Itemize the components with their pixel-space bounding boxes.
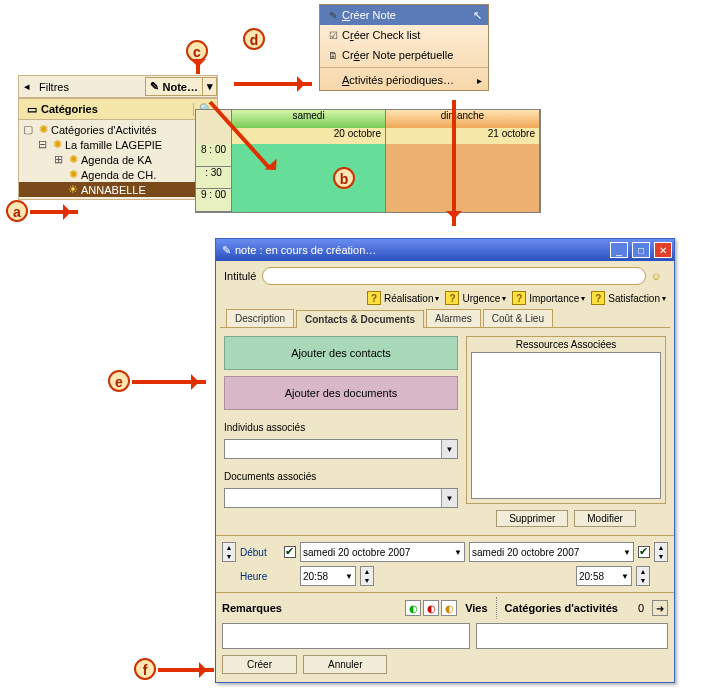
tree-collapse-icon[interactable]: ▢	[21, 123, 35, 136]
attr-urgence[interactable]: ?Urgence▾	[445, 291, 506, 305]
ctx-periodic[interactable]: Activités périodiques…	[320, 70, 488, 90]
folder-icon: ✺	[65, 153, 81, 166]
chevron-down-icon[interactable]: ▼	[441, 440, 457, 458]
calendar-cell-sun[interactable]	[386, 144, 540, 212]
supprimer-button[interactable]: Supprimer	[496, 510, 568, 527]
tab-contacts[interactable]: Contacts & Documents	[296, 310, 424, 328]
arrow-a	[30, 210, 78, 214]
tab-description[interactable]: Description	[226, 309, 294, 327]
categories-count: 0	[638, 602, 644, 614]
tab-alarmes[interactable]: Alarmes	[426, 309, 481, 327]
ctx-create-note[interactable]: ✎ Créer Note ↖	[320, 5, 488, 25]
dialog-title: note : en cours de création…	[235, 244, 608, 256]
attr-satisfaction[interactable]: ?Satisfaction▾	[591, 291, 666, 305]
doc-icon: 🗎	[324, 50, 342, 61]
tree-expand-icon[interactable]: ⊞	[51, 153, 65, 166]
checklist-icon: ☑	[324, 30, 342, 41]
resources-title: Ressources Associées	[467, 337, 665, 352]
chevron-down-icon[interactable]: ▼	[454, 548, 462, 557]
arrow-d	[234, 82, 312, 86]
arrow-menu-down	[452, 100, 456, 226]
date-stepper[interactable]: ▲▼	[654, 542, 668, 562]
time-stepper[interactable]: ▲▼	[636, 566, 650, 586]
tree-child2-label: Agenda de CH.	[81, 169, 156, 181]
filters-label[interactable]: Filtres	[35, 81, 145, 93]
filters-prev-icon[interactable]: ◂	[19, 80, 35, 93]
categories-activites-label: Catégories d'activités	[505, 602, 618, 614]
date-sun[interactable]: 21 octobre	[386, 128, 540, 144]
resources-list[interactable]	[471, 352, 661, 499]
time-slot[interactable]: : 30	[196, 167, 231, 190]
documents-combo[interactable]: ▼	[224, 488, 458, 508]
window-maximize-button[interactable]: □	[632, 242, 650, 258]
categories-more-button[interactable]: ➜	[652, 600, 668, 616]
time-slot[interactable]: 8 : 00	[196, 144, 231, 167]
add-documents-button[interactable]: Ajouter des documents	[224, 376, 458, 410]
creer-button[interactable]: Créer	[222, 655, 297, 674]
end-enabled-checkbox[interactable]	[638, 546, 650, 558]
attr-realisation[interactable]: ?Réalisation▾	[367, 291, 439, 305]
annuler-button[interactable]: Annuler	[303, 655, 387, 674]
remarques-input[interactable]	[222, 623, 470, 649]
window-minimize-button[interactable]: _	[610, 242, 628, 258]
remarques-label: Remarques	[222, 602, 282, 614]
ctx-create-note-label: réer Note	[350, 9, 396, 21]
modifier-button[interactable]: Modifier	[574, 510, 636, 527]
tree-child1[interactable]: ⊞ ✺ Agenda de KA	[19, 152, 217, 167]
attr-importance[interactable]: ?Importance▾	[512, 291, 585, 305]
end-date-input[interactable]: samedi 20 octobre 2007▼	[469, 542, 634, 562]
tree-root-label: Catégories d'Activités	[51, 124, 156, 136]
note-dropdown-button[interactable]: ✎ Note… ▾	[145, 77, 217, 96]
day-header-sun[interactable]: dimanche	[386, 110, 540, 128]
window-close-button[interactable]: ✕	[654, 242, 672, 258]
wand-icon: ✎	[150, 80, 159, 93]
callout-e: e	[108, 370, 130, 392]
categories-input[interactable]	[476, 623, 668, 649]
tree-family-label: La famille LAGEPIE	[65, 139, 162, 151]
intitule-input[interactable]	[262, 267, 646, 285]
chevron-down-icon[interactable]: ▼	[441, 489, 457, 507]
status-yellow-icon[interactable]: ◐	[441, 600, 457, 616]
status-green-icon[interactable]: ◐	[405, 600, 421, 616]
categories-header[interactable]: Catégories	[41, 103, 193, 115]
arrow-f	[158, 668, 214, 672]
time-slot[interactable]: 9 : 00	[196, 189, 231, 212]
tree-expand-icon[interactable]: ⊟	[35, 138, 49, 151]
arrow-e	[132, 380, 206, 384]
date-sat[interactable]: 20 octobre	[232, 128, 386, 144]
tree-selected[interactable]: ☀ ANNABELLE	[19, 182, 217, 197]
tree-selected-label: ANNABELLE	[81, 184, 146, 196]
individus-combo[interactable]: ▼	[224, 439, 458, 459]
day-header-sat[interactable]: samedi	[232, 110, 386, 128]
time-stepper[interactable]: ▲▼	[360, 566, 374, 586]
folder-icon: ☀	[65, 183, 81, 196]
ctx-create-perpetual[interactable]: 🗎 Créer Note perpétuelle	[320, 45, 488, 65]
note-button-label: Note…	[163, 81, 198, 93]
chevron-down-icon[interactable]: ▼	[623, 548, 631, 557]
end-time-input[interactable]: 20:58▼	[576, 566, 632, 586]
ctx-create-checklist[interactable]: ☑ Créer Check list	[320, 25, 488, 45]
vies-label: Vies	[465, 602, 487, 614]
start-date-input[interactable]: samedi 20 octobre 2007▼	[300, 542, 465, 562]
note-dialog: ✎ note : en cours de création… _ □ ✕ Int…	[215, 238, 675, 683]
ctx-periodic-label: ctivités périodiques…	[349, 74, 454, 86]
tree-family[interactable]: ⊟ ✺ La famille LAGEPIE	[19, 137, 217, 152]
note-dropdown-arrow[interactable]: ▾	[202, 78, 216, 95]
start-enabled-checkbox[interactable]	[284, 546, 296, 558]
callout-f: f	[134, 658, 156, 680]
add-contacts-button[interactable]: Ajouter des contacts	[224, 336, 458, 370]
tree-root[interactable]: ▢ ✺ Catégories d'Activités	[19, 122, 217, 137]
start-time-input[interactable]: 20:58▼	[300, 566, 356, 586]
callout-d: d	[243, 28, 265, 50]
tree-child2[interactable]: ✺ Agenda de CH.	[19, 167, 217, 182]
intitule-label: Intitulé	[224, 270, 256, 282]
emoji-icon[interactable]: ☺	[646, 270, 666, 282]
date-stepper[interactable]: ▲▼	[222, 542, 236, 562]
documents-label: Documents associés	[224, 471, 458, 482]
folder-icon: ✺	[35, 123, 51, 136]
ctx-create-checklist-label: éer Check list	[354, 29, 421, 41]
calendar: samedi dimanche 20 octobre 21 octobre 8 …	[195, 109, 541, 213]
tab-cout-lieu[interactable]: Coût & Lieu	[483, 309, 553, 327]
status-red-icon[interactable]: ◐	[423, 600, 439, 616]
heure-label: Heure	[240, 571, 280, 582]
